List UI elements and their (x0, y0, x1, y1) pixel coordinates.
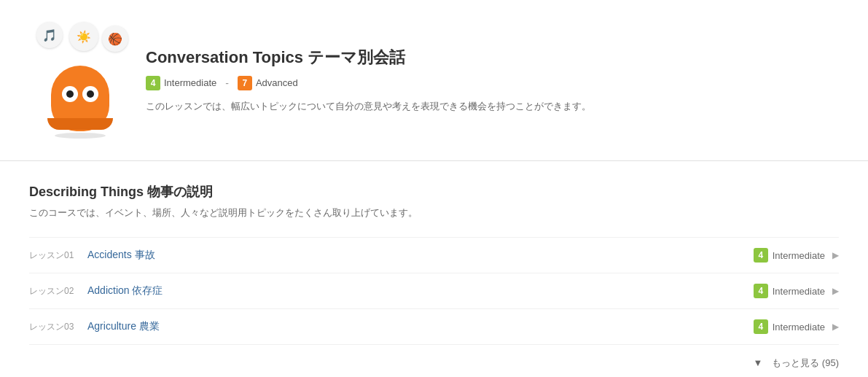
lesson-row[interactable]: レッスン01 Accidents 事故 4 Intermediate ▶ (29, 238, 839, 273)
music-icon: 🎵 (36, 22, 63, 48)
basketball-icon: 🏀 (102, 26, 128, 52)
lesson-title: Accidents 事故 (87, 249, 754, 262)
badge-separator: - (225, 77, 229, 89)
intermediate-badge-num: 4 (146, 76, 160, 90)
lesson-badge-num: 4 (754, 248, 768, 263)
mascot-body (51, 66, 109, 131)
header-section: 🎵 ☀️ 🏀 Conversation Topics テーマ別会話 4 Inte… (0, 0, 868, 161)
lesson-badge-row: 4 Intermediate ▶ (754, 319, 839, 334)
advanced-badge-num: 7 (238, 76, 252, 90)
section-title: Describing Things 物事の説明 (29, 183, 839, 201)
lesson-badge-row: 4 Intermediate ▶ (754, 284, 839, 298)
mascot-shadow (55, 133, 106, 139)
lesson-number: レッスン02 (29, 285, 87, 298)
lesson-badge-num: 4 (754, 284, 768, 298)
more-row: ▼ もっと見る (95) (29, 345, 839, 370)
course-title: Conversation Topics テーマ別会話 (146, 47, 839, 69)
lesson-level-label: Intermediate (773, 250, 825, 261)
lesson-badge-num: 4 (754, 319, 768, 334)
advanced-badge-label: Advanced (256, 77, 298, 88)
intermediate-badge-label: Intermediate (164, 77, 216, 88)
header-info: Conversation Topics テーマ別会話 4 Intermediat… (146, 47, 839, 114)
badge-intermediate: 4 Intermediate (146, 76, 216, 90)
badges-row: 4 Intermediate - 7 Advanced (146, 76, 839, 90)
lesson-title: Addiction 依存症 (87, 284, 754, 298)
mascot-feet (47, 118, 113, 130)
lesson-number: レッスン03 (29, 321, 87, 333)
lesson-arrow-icon: ▶ (832, 286, 839, 296)
lesson-arrow-icon: ▶ (832, 322, 839, 332)
mascot-eye-left (62, 86, 78, 102)
mascot-container: 🎵 ☀️ 🏀 (29, 22, 131, 139)
lesson-arrow-icon: ▶ (832, 250, 839, 260)
sun-icon: ☀️ (69, 22, 98, 51)
lesson-title: Agriculture 農業 (87, 320, 754, 333)
lesson-list: レッスン01 Accidents 事故 4 Intermediate ▶ レッス… (29, 237, 839, 345)
more-button[interactable]: ▼ もっと見る (95) (753, 357, 839, 370)
lesson-number: レッスン01 (29, 249, 87, 262)
lesson-row[interactable]: レッスン02 Addiction 依存症 4 Intermediate ▶ (29, 273, 839, 309)
lesson-level-label: Intermediate (773, 322, 825, 333)
lesson-badge-row: 4 Intermediate ▶ (754, 248, 839, 263)
lesson-row[interactable]: レッスン03 Agriculture 農業 4 Intermediate ▶ (29, 309, 839, 345)
mascot-eye-right (82, 86, 98, 102)
lesson-level-label: Intermediate (773, 286, 825, 297)
main-section: Describing Things 物事の説明 このコースでは、イベント、場所、… (0, 161, 868, 377)
section-description: このコースでは、イベント、場所、人々など説明用トピックをたくさん取り上げています… (29, 206, 839, 219)
badge-advanced: 7 Advanced (238, 76, 298, 90)
course-description: このレッスンでは、幅広いトピックについて自分の意見や考えを表現できる機会を持つこ… (146, 99, 839, 114)
